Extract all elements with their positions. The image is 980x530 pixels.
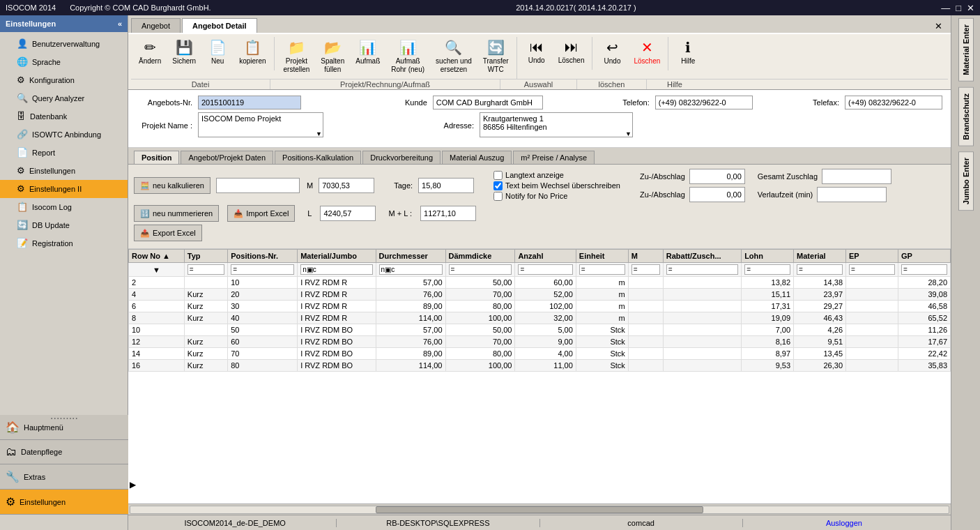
sidebar-item-isocom-log[interactable]: 📋 Isocom Log [0, 198, 128, 216]
table-row[interactable]: 4Kurz20I RVZ RDM R76,0070,0052,00m15,112… [129, 289, 951, 301]
filter-pos-input[interactable] [231, 264, 294, 275]
notify-checkbox[interactable] [493, 192, 503, 201]
material-enter-btn[interactable]: Material Enter [958, 18, 974, 82]
sidebar-item-sprache[interactable]: 🌐 Sprache [0, 53, 128, 71]
m-input[interactable] [216, 178, 300, 193]
col-typ-header[interactable]: Typ [184, 250, 227, 263]
neu-kalkulieren-btn[interactable]: 🧮 neu kalkulieren [134, 177, 210, 194]
table-row[interactable]: 1050I RVZ RDM BO57,0050,005,00Stck7,004,… [129, 324, 951, 336]
spalten-fullen-button[interactable]: 📂 Spaltenfüllen [316, 37, 349, 76]
tab-angebot[interactable]: Angebot [131, 18, 181, 33]
table-row[interactable]: 8Kurz40I RVZ RDM R114,00100,0032,00m19,0… [129, 312, 951, 324]
aufmass-rohr-button[interactable]: 📊 AufmaßRohr (neu) [386, 37, 429, 76]
sidebar-bottom-einstellungen[interactable]: ⚙ Einstellungen [0, 490, 128, 515]
loschen-button[interactable]: ✕ Löschen [629, 37, 665, 68]
neu-nummerieren-btn[interactable]: 🔢 neu nummerieren [134, 205, 219, 222]
row-expand-btn[interactable]: ▶ [130, 480, 136, 490]
filter-gp-input[interactable] [901, 264, 947, 275]
sidebar-item-einstellungen-ii[interactable]: ⚙ Einstellungen II [0, 180, 128, 198]
verlaufzeit-input[interactable] [817, 187, 887, 202]
col-rabatt-header[interactable]: Rabatt/Zusch... [663, 250, 741, 263]
filter-material-input[interactable] [300, 264, 372, 275]
kunde-input[interactable] [433, 96, 543, 109]
col-material2-header[interactable]: Material [794, 250, 846, 263]
text-wechsel-checkbox[interactable] [493, 181, 503, 190]
pos-tab-angebot-projekt[interactable]: Angebot/Projekt Daten [181, 151, 273, 164]
sidebar-item-isowtc[interactable]: 🔗 ISOWTC Anbindung [0, 126, 128, 144]
minimize-btn[interactable]: — [941, 3, 950, 13]
sidebar-collapse-icon[interactable]: « [118, 20, 122, 28]
col-durchmesser-header[interactable]: Durchmesser [376, 250, 445, 263]
sichern-button[interactable]: 💾 Sichern [167, 37, 201, 68]
telefax-input[interactable] [845, 96, 942, 109]
filter-rabatt-input[interactable] [666, 264, 738, 275]
filter-material-jumbo-input[interactable] [379, 264, 443, 275]
maximize-btn[interactable]: □ [956, 3, 961, 13]
table-row[interactable]: 14Kurz70I RVZ RDM BO89,0080,004,00Stck8,… [129, 348, 951, 360]
tab-angebot-detail[interactable]: Angebot Detail [182, 18, 257, 33]
col-m-header[interactable]: M [628, 250, 663, 263]
brandschutz-btn[interactable]: Brandschutz [958, 87, 974, 146]
sidebar-item-benutzerverwaltung[interactable]: 👤 Benutzerverwaltung [0, 35, 128, 53]
aufmass-button[interactable]: 📊 Aufmaß [351, 37, 385, 68]
scroll-thumb[interactable] [376, 506, 703, 513]
sidebar-item-report[interactable]: 📄 Report [0, 144, 128, 162]
projekt-expand-btn[interactable]: ▼ [316, 130, 322, 137]
sidebar-item-db-update[interactable]: 🔄 DB Update [0, 216, 128, 234]
table-row[interactable]: 210I RVZ RDM R57,0050,0060,00m13,8214,38… [129, 277, 951, 289]
jumbo-enter-btn[interactable]: Jumbo Enter [958, 151, 974, 211]
hilfe-button[interactable]: ℹ Hilfe [673, 37, 703, 68]
m-value-input[interactable] [319, 178, 374, 193]
projekt-erstellen-button[interactable]: 📁 Projekterstellen [279, 37, 315, 76]
pos-tab-material-auszug[interactable]: Material Auszug [442, 151, 512, 164]
col-positions-nr-header[interactable]: Positions-Nr. [228, 250, 298, 263]
col-material-header[interactable]: Material/Jumbo [298, 250, 376, 263]
import-excel-btn[interactable]: 📥 Import Excel [227, 205, 295, 222]
zu-abschlag-input1[interactable] [689, 169, 745, 184]
tage-input[interactable] [418, 178, 474, 193]
sidebar-item-registration[interactable]: 📝 Registration [0, 234, 128, 252]
filter-material3-input[interactable] [797, 264, 843, 275]
scroll-track[interactable] [130, 506, 949, 514]
col-ep-header[interactable]: EP [846, 250, 898, 263]
langtext-checkbox[interactable] [493, 171, 503, 180]
col-gp-header[interactable]: GP [898, 250, 950, 263]
angebots-nr-input[interactable] [198, 96, 301, 109]
adresse-input[interactable]: Krautgartenweg 1 86856 Hiltenfingen [480, 112, 633, 137]
telefon-input[interactable] [655, 96, 753, 109]
voriges-button[interactable]: ⏮ Undo [521, 37, 552, 67]
sidebar-item-einstellungen[interactable]: ⚙ Einstellungen [0, 162, 128, 180]
col-anzahl-header[interactable]: Anzahl [515, 250, 576, 263]
sidebar-bottom-datenpflege[interactable]: 🗂 Datenpflege [0, 440, 128, 464]
filter-damm-input[interactable] [518, 264, 572, 275]
pos-tab-position[interactable]: Position [134, 151, 179, 164]
filter-lohn-input[interactable] [744, 264, 790, 275]
close-btn[interactable]: ✕ [967, 3, 974, 13]
pos-tab-positions-kalkulation[interactable]: Positions-Kalkulation [275, 151, 361, 164]
export-excel-btn[interactable]: 📤 Export Excel [134, 225, 202, 241]
transfer-wtc-button[interactable]: 🔄 TransferWTC [478, 37, 514, 76]
col-damm-header[interactable]: Dämm­dicke [445, 250, 515, 263]
filter-typ-input[interactable] [187, 264, 224, 275]
l-input[interactable] [320, 206, 376, 221]
sidebar-item-konfiguration[interactable]: ⚙ Konfiguration [0, 71, 128, 89]
m-plus-l-input[interactable] [420, 206, 476, 221]
table-row[interactable]: 6Kurz30I RVZ RDM R89,0080,00102,00m17,31… [129, 301, 951, 312]
undo-button[interactable]: ↩ Undo [597, 37, 627, 68]
col-einheit-header[interactable]: Einheit [576, 250, 628, 263]
gesamt-zuschlag-input[interactable] [822, 169, 891, 184]
sidebar-item-query-analyzer[interactable]: 🔍 Query Analyzer [0, 89, 128, 107]
andern-button[interactable]: ✏ Ändern [134, 37, 166, 68]
table-row[interactable]: 16Kurz80I RVZ RDM BO114,00100,0011,00Stc… [129, 360, 951, 372]
sidebar-bottom-extras[interactable]: 🔧 Extras [0, 464, 128, 490]
suchen-ersetzen-button[interactable]: 🔍 suchen undersetzen [431, 37, 477, 76]
nachstes-button[interactable]: ⏭ Löschen [553, 37, 590, 67]
neu-button[interactable]: 📄 Neu [202, 37, 233, 68]
ausloggen-btn[interactable]: Ausloggen [743, 519, 945, 527]
zu-abschlag-input2[interactable] [689, 187, 745, 202]
adresse-expand-btn[interactable]: ▼ [625, 130, 631, 137]
projekt-name-input[interactable]: ISOCOM Demo Projekt [198, 112, 323, 137]
tab-close-btn[interactable]: ✕ [929, 21, 948, 33]
filter-einheit-input[interactable] [631, 264, 660, 275]
col-row-no-header[interactable]: Row No ▲ [129, 250, 185, 263]
